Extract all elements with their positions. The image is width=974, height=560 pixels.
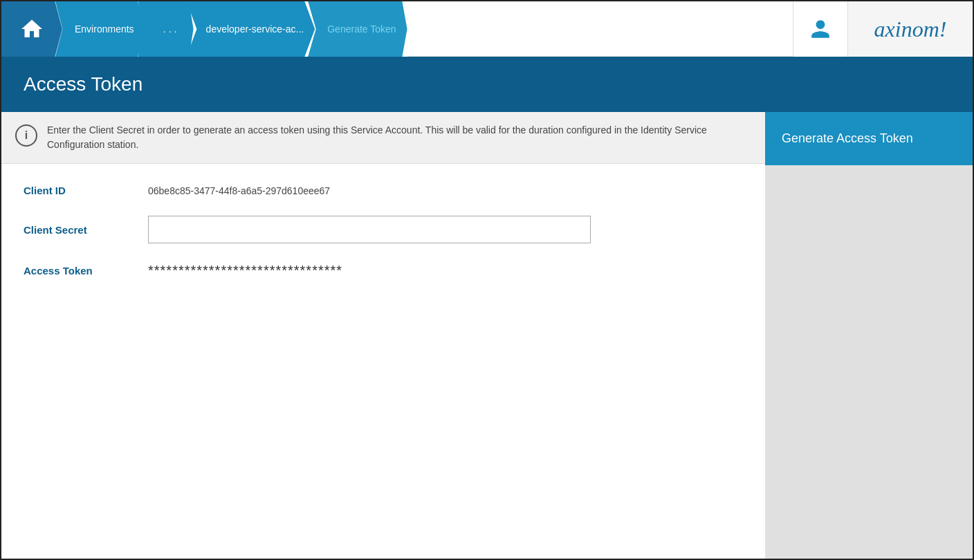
client-secret-row: Client Secret: [24, 216, 743, 243]
nav-crumb-service[interactable]: developer-service-ac...: [187, 1, 315, 57]
access-token-row: Access Token ***************************…: [24, 263, 743, 279]
access-token-label: Access Token: [24, 265, 148, 277]
page-title: Access Token: [24, 73, 950, 95]
user-icon: [809, 18, 831, 40]
client-id-row: Client ID 06be8c85-3477-44f8-a6a5-297d61…: [24, 185, 743, 196]
info-text: Enter the Client Secret in order to gene…: [47, 123, 751, 152]
user-icon-button[interactable]: [793, 1, 848, 57]
form-section: Client ID 06be8c85-3477-44f8-a6a5-297d61…: [1, 164, 765, 319]
home-icon: [19, 17, 44, 41]
page-header: Access Token: [1, 57, 973, 112]
content-area: i Enter the Client Secret in order to ge…: [1, 112, 765, 559]
app-window: Environments . . . developer-service-ac.…: [0, 0, 974, 560]
brand-logo: axinom!: [848, 1, 973, 57]
nav-crumb-environments[interactable]: Environments: [55, 1, 145, 57]
client-id-value: 06be8c85-3477-44f8-a6a5-297d610eee67: [148, 185, 330, 196]
client-secret-label: Client Secret: [24, 224, 148, 236]
top-nav: Environments . . . developer-service-ac.…: [1, 1, 973, 57]
generate-access-token-button[interactable]: Generate Access Token: [765, 112, 973, 165]
client-id-label: Client ID: [24, 185, 148, 196]
sidebar: Generate Access Token: [765, 112, 973, 559]
main-area: i Enter the Client Secret in order to ge…: [1, 112, 973, 559]
info-banner: i Enter the Client Secret in order to ge…: [1, 112, 765, 164]
home-nav-item[interactable]: [1, 1, 62, 57]
client-secret-input[interactable]: [148, 216, 591, 243]
access-token-value: ********************************: [148, 263, 342, 279]
info-icon: i: [15, 124, 37, 147]
nav-crumb-generate-token[interactable]: Generate Token: [308, 1, 407, 57]
nav-spacer: [407, 1, 793, 57]
nav-crumb-dots[interactable]: . . .: [138, 1, 194, 57]
